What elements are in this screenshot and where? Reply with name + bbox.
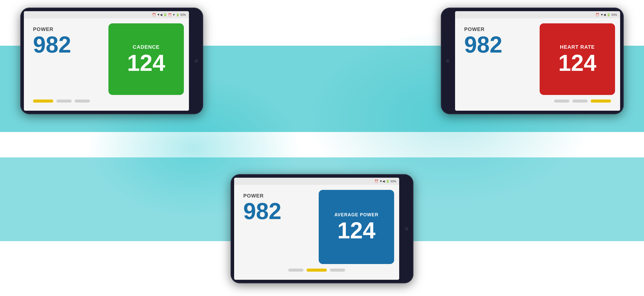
phones-container: ⏰ ▼◀ 🔋 ⏰ ▼ 🔋 53% POWER 982 CADENCE: [0, 0, 644, 296]
phone-3-battery-icon: 🔋: [386, 179, 390, 183]
phone-3-power-value: 982: [243, 200, 311, 223]
phone-1-battery-icon: 🔋: [163, 13, 167, 17]
phone-3-indicator-3: [330, 269, 345, 272]
phone-1-power-value: 982: [33, 33, 100, 56]
phone-1-signal-icon: ▼◀: [157, 13, 162, 17]
phone-2-metrics: POWER 982 HEART RATE 124: [460, 23, 615, 95]
phone-1: ⏰ ▼◀ 🔋 ⏰ ▼ 🔋 53% POWER 982 CADENCE: [20, 8, 203, 114]
phone-1-screen: ⏰ ▼◀ 🔋 ⏰ ▼ 🔋 53% POWER 982 CADENCE: [24, 11, 189, 111]
phone-3-indicator-1: [288, 269, 303, 272]
phone-2-indicator-2: [572, 100, 588, 103]
phone-3-signal-icon: ▼◀: [379, 179, 385, 183]
phone-1-indicator-2: [56, 100, 72, 103]
phone-2-power-label: POWER: [464, 26, 532, 32]
phone-2-indicators: [460, 97, 615, 106]
phone-3-camera: [405, 227, 408, 231]
phone-2-heartrate-block: HEART RATE 124: [540, 23, 615, 95]
phone-1-status-icons: ⏰ ▼◀ 🔋 ⏰ ▼ 🔋 53%: [152, 13, 186, 17]
phone-3-power-block: POWER 982: [239, 190, 315, 264]
phone-2-heartrate-label: HEART RATE: [560, 44, 595, 50]
phone-1-power-block: POWER 982: [29, 23, 104, 95]
phone-2-alarm-icon: ⏰: [595, 13, 599, 17]
phone-2-heartrate-value: 124: [558, 52, 596, 74]
phone-2-screen: ⏰ ▼◀ 🔋 53% POWER 982 HEART RATE: [455, 11, 620, 111]
phone-3-alarm-icon: ⏰: [375, 179, 378, 183]
phone-2-power-value: 982: [464, 33, 532, 56]
phone-1-content: POWER 982 CADENCE 124: [24, 18, 189, 111]
phone-2-power-block: POWER 982: [460, 23, 536, 95]
phone-1-power-label: POWER: [33, 26, 100, 32]
phone-2-indicator-3: [591, 100, 611, 103]
phone-2-indicator-1: [554, 100, 569, 103]
phone-2-content: POWER 982 HEART RATE 124: [455, 18, 620, 111]
phone-3-battery-percent: 53%: [391, 180, 396, 183]
phone-1-status-bar: ⏰ ▼◀ 🔋 ⏰ ▼ 🔋 53%: [24, 11, 189, 18]
phone-3-avgpower-label: AVERAGE POWER: [334, 212, 379, 218]
phone-3-metrics: POWER 982 AVERAGE POWER 124: [239, 190, 394, 264]
phone-3-power-label: POWER: [243, 193, 311, 199]
phone-1-cadence-value: 124: [127, 52, 165, 74]
phone-3: ⏰ ▼◀ 🔋 53% POWER 982 AVERAGE POWER: [231, 174, 413, 283]
phone-1-cadence-block: CADENCE 124: [108, 23, 184, 95]
phone-1-battery-percent: ⏰ ▼ 🔋 53%: [168, 13, 186, 17]
phone-3-indicator-2: [307, 269, 327, 272]
phone-1-metrics: POWER 982 CADENCE 124: [29, 23, 184, 95]
phone-3-indicators: [239, 267, 394, 275]
phone-2-battery-percent: 53%: [611, 13, 617, 16]
phone-2-signal-icon: ▼◀: [600, 13, 606, 17]
phone-3-status-icons: ⏰ ▼◀ 🔋 53%: [375, 179, 396, 183]
phone-3-screen: ⏰ ▼◀ 🔋 53% POWER 982 AVERAGE POWER: [234, 178, 399, 280]
phone-1-indicator-3: [75, 100, 90, 103]
phone-1-camera: [195, 59, 198, 63]
phone-3-avgpower-value: 124: [337, 219, 375, 242]
phone-3-avgpower-block: AVERAGE POWER 124: [319, 190, 394, 264]
phone-2-status-bar: ⏰ ▼◀ 🔋 53%: [455, 11, 620, 18]
phone-3-status-bar: ⏰ ▼◀ 🔋 53%: [234, 178, 399, 185]
phone-1-indicator-1: [33, 100, 53, 103]
phone-2: ⏰ ▼◀ 🔋 53% POWER 982 HEART RATE: [441, 8, 624, 114]
phone-2-camera: [446, 59, 449, 63]
phone-2-status-icons: ⏰ ▼◀ 🔋 53%: [595, 13, 617, 17]
phone-1-alarm-icon: ⏰: [152, 13, 156, 17]
phone-1-indicators: [29, 97, 184, 106]
phone-2-battery-icon: 🔋: [607, 13, 610, 17]
phone-3-content: POWER 982 AVERAGE POWER 124: [234, 185, 399, 280]
phone-1-cadence-label: CADENCE: [133, 44, 160, 50]
